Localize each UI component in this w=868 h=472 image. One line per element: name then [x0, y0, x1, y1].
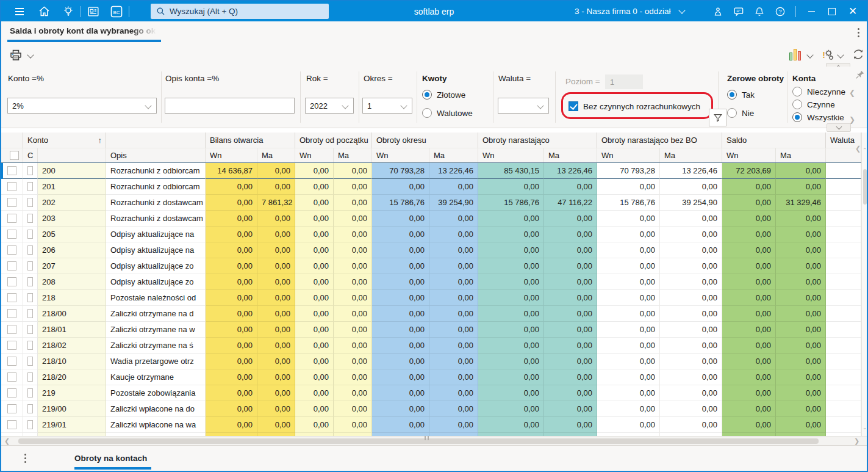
- pin-panel-icon[interactable]: [855, 69, 866, 80]
- bottom-kebab-icon[interactable]: [24, 454, 26, 463]
- radio-icon[interactable]: [792, 87, 802, 96]
- row-checkbox[interactable]: [27, 261, 33, 270]
- refresh-icon[interactable]: [852, 48, 865, 61]
- bez-czynnych-checkbox-row[interactable]: Bez czynnych rozrachunkowych: [569, 101, 700, 111]
- row-checkbox[interactable]: [7, 261, 16, 270]
- notifications-bell-icon[interactable]: [749, 4, 770, 19]
- opis-konta-filter-input[interactable]: [165, 98, 295, 114]
- konto-filter-combobox[interactable]: 2%: [7, 98, 157, 114]
- row-checkbox[interactable]: [7, 357, 16, 366]
- row-checkbox[interactable]: [27, 245, 33, 255]
- table-row[interactable]: 218/01Zaliczki otrzymane na w0,000,000,0…: [1, 322, 861, 338]
- radio-option-tak[interactable]: Tak: [727, 90, 755, 100]
- hamburger-menu-icon[interactable]: [12, 4, 27, 19]
- row-checkbox[interactable]: [27, 166, 33, 175]
- table-row[interactable]: 218/02Zaliczki otrzymane na ś0,000,000,0…: [1, 338, 861, 354]
- radio-icon[interactable]: [792, 112, 802, 122]
- row-checkbox[interactable]: [27, 230, 33, 239]
- row-checkbox[interactable]: [7, 230, 16, 239]
- row-checkbox[interactable]: [27, 372, 33, 382]
- row-checkbox[interactable]: [7, 372, 16, 382]
- row-checkbox[interactable]: [27, 182, 33, 191]
- home-icon[interactable]: [37, 4, 51, 19]
- settings-dropdown-chevron-icon[interactable]: [837, 51, 844, 58]
- radio-icon[interactable]: [422, 108, 432, 118]
- waluta-filter-combobox[interactable]: [498, 98, 549, 114]
- vertical-scrollbar[interactable]: ⌃ ⌄: [861, 133, 867, 436]
- row-checkbox[interactable]: [7, 420, 16, 429]
- row-checkbox[interactable]: [7, 341, 16, 350]
- table-row[interactable]: 219Pozostałe zobowiązania0,000,000,000,0…: [1, 385, 861, 401]
- row-checkbox[interactable]: [27, 404, 33, 413]
- tab-obroty-na-kontach[interactable]: Obroty na kontach: [74, 454, 147, 463]
- filter-scroll-left-icon[interactable]: ❮: [849, 89, 855, 97]
- row-checkbox[interactable]: [7, 198, 16, 207]
- scroll-up-icon[interactable]: ⌃: [863, 147, 867, 153]
- print-dropdown-chevron-icon[interactable]: [27, 51, 34, 58]
- vertical-scrollbar-thumb[interactable]: [863, 169, 867, 205]
- table-row[interactable]: 201Rozrachunki z odbiorcam0,000,000,000,…: [1, 179, 861, 195]
- expand-filters-button[interactable]: [827, 123, 851, 132]
- tab-options-kebab-icon[interactable]: [858, 28, 859, 37]
- row-checkbox[interactable]: [27, 309, 33, 318]
- horizontal-scrollbar-thumb[interactable]: [18, 438, 819, 444]
- messages-icon[interactable]: [728, 4, 749, 19]
- filter-funnel-button[interactable]: [709, 109, 726, 126]
- row-checkbox[interactable]: [7, 166, 16, 175]
- row-checkbox[interactable]: [7, 245, 16, 255]
- row-checkbox[interactable]: [7, 325, 16, 334]
- scroll-left-icon[interactable]: ❮: [4, 437, 10, 445]
- table-row[interactable]: 208Odpisy aktualizujące zo0,000,000,000,…: [1, 274, 861, 290]
- row-checkbox[interactable]: [7, 182, 16, 191]
- row-checkbox[interactable]: [7, 293, 16, 302]
- table-row[interactable]: 219/00Zaliczki wpłacone na do0,000,000,0…: [1, 401, 861, 417]
- company-selector[interactable]: 3 - Nasza firma 0 - oddział: [575, 1, 684, 21]
- row-checkbox[interactable]: [27, 293, 33, 302]
- row-checkbox[interactable]: [7, 309, 16, 318]
- filter-scroll-right-icon[interactable]: ❯: [849, 115, 855, 124]
- table-row[interactable]: 206Odpisy aktualizujące na0,000,000,000,…: [1, 242, 861, 258]
- radio-option-czynne[interactable]: Czynne: [792, 100, 845, 109]
- news-icon[interactable]: [86, 4, 101, 19]
- radio-option-wszystkie[interactable]: Wszystkie: [792, 112, 845, 122]
- row-checkbox[interactable]: [7, 214, 16, 223]
- radio-icon[interactable]: [727, 108, 737, 118]
- sort-ascending-icon[interactable]: ↑: [98, 133, 102, 148]
- select-all-checkbox[interactable]: [10, 151, 19, 160]
- table-row[interactable]: 218Pozostałe należności od0,000,000,000,…: [1, 290, 861, 306]
- radio-option-walutowe[interactable]: Walutowe: [422, 108, 473, 118]
- row-checkbox[interactable]: [27, 277, 33, 286]
- row-checkbox[interactable]: [27, 325, 33, 334]
- row-checkbox[interactable]: [27, 357, 33, 366]
- row-checkbox[interactable]: [7, 404, 16, 413]
- bez-czynnych-checkbox[interactable]: [569, 101, 578, 111]
- table-row[interactable]: 218/10Wadia przetargowe otrz0,000,000,00…: [1, 354, 861, 369]
- table-row[interactable]: 200Rozrachunki z odbiorcam14 636,870,000…: [1, 162, 861, 179]
- table-row[interactable]: 205Odpisy aktualizujące na0,000,000,000,…: [1, 227, 861, 242]
- tab-salda-i-obroty[interactable]: Salda i obroty kont dla wybranego okresu: [10, 26, 161, 35]
- radio-icon[interactable]: [727, 90, 737, 100]
- help-icon[interactable]: ?: [770, 4, 791, 19]
- radio-icon[interactable]: [422, 90, 432, 100]
- chart-dropdown-chevron-icon[interactable]: [806, 51, 813, 58]
- scroll-down-icon[interactable]: ⌄: [863, 424, 867, 430]
- minimize-button[interactable]: [801, 1, 822, 21]
- okres-filter-combobox[interactable]: 1: [362, 98, 412, 114]
- row-checkbox[interactable]: [27, 198, 33, 207]
- close-button[interactable]: ✕: [842, 1, 863, 21]
- maximize-button[interactable]: [822, 1, 842, 21]
- table-row[interactable]: 203Rozrachunki z dostawcam0,000,000,000,…: [1, 211, 861, 227]
- table-row[interactable]: 202Rozrachunki z dostawcam0,007 861,320,…: [1, 195, 861, 211]
- chart-view-icon[interactable]: [789, 48, 801, 60]
- table-row[interactable]: 218/00Zaliczki otrzymane na d0,000,000,0…: [1, 306, 861, 322]
- user-icon[interactable]: [708, 4, 728, 19]
- print-button[interactable]: [9, 48, 23, 62]
- radio-option-nie[interactable]: Nie: [727, 108, 755, 118]
- splitter-handle[interactable]: [425, 436, 429, 440]
- lightbulb-icon[interactable]: [61, 4, 76, 19]
- row-checkbox[interactable]: [27, 388, 33, 398]
- row-checkbox[interactable]: [27, 214, 33, 223]
- row-checkbox[interactable]: [7, 388, 16, 398]
- collapse-side-panel-icon[interactable]: ❮: [855, 145, 861, 153]
- scroll-right-icon[interactable]: ❯: [854, 437, 859, 445]
